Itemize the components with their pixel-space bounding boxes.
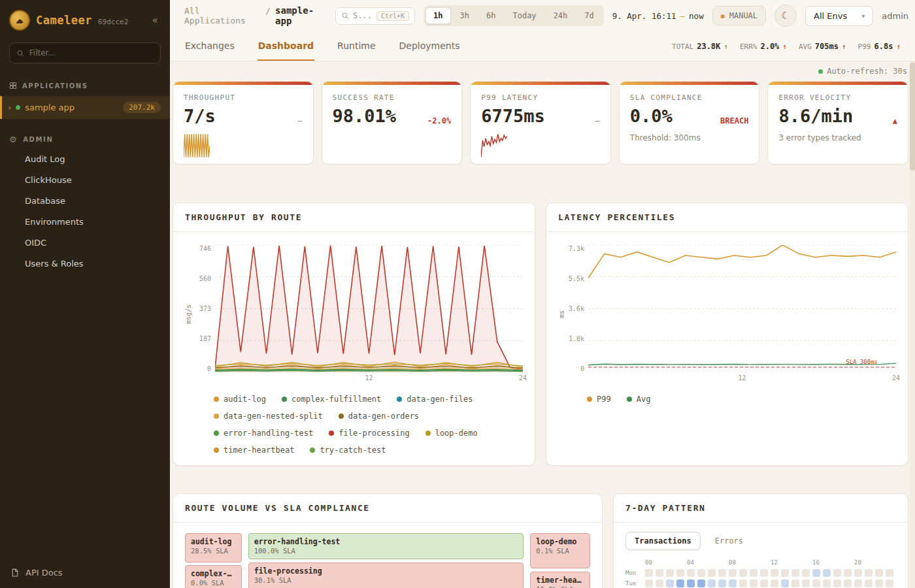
toggle-errors[interactable]: Errors xyxy=(706,532,752,550)
legend-item-avg[interactable]: Avg xyxy=(627,395,651,404)
sla-treemap: audit-log28.5% SLAcomplex-fulfillment0.0… xyxy=(185,533,590,588)
legend-item-data-gen-files[interactable]: data-gen-files xyxy=(397,395,473,404)
stat-trend-arrow-icon: ↑ xyxy=(842,42,846,51)
heatmap-cell xyxy=(718,580,726,587)
treemap-tile-file-processing[interactable]: file-processing30.1% SLA xyxy=(248,563,524,588)
summary-stats: TOTAL23.8K↑ERR%2.0%↑AVG705ms↑P996.8s↑ xyxy=(672,31,901,61)
sidebar: Cameleer 69dcce2 « APPLICATIONS › sample… xyxy=(0,0,170,588)
heatmap-cell xyxy=(833,569,841,577)
heatmap-cell xyxy=(886,580,893,587)
dark-mode-toggle[interactable]: ☾ xyxy=(774,5,797,27)
kpi-delta: BREACH xyxy=(720,116,748,125)
sidebar-item-environments[interactable]: Environments xyxy=(0,212,170,232)
time-range-today[interactable]: Today xyxy=(505,7,544,24)
sidebar-item-api-docs[interactable]: API Docs xyxy=(0,557,170,588)
user-menu[interactable]: admin xyxy=(882,11,908,21)
x-axis-ticks: 1224 xyxy=(215,372,523,384)
charts-row: THROUGHPUT BY ROUTE msg/s746560373187012… xyxy=(173,203,908,466)
sidebar-top: Cameleer 69dcce2 « APPLICATIONS › sample… xyxy=(0,0,170,274)
time-range-7d[interactable]: 7d xyxy=(576,7,601,24)
scrollbar-thumb[interactable] xyxy=(910,63,915,171)
treemap-tile-error-handling-test[interactable]: error-handling-test100.0% SLA xyxy=(248,533,524,559)
sidebar-item-oidc[interactable]: OIDC xyxy=(0,233,170,253)
heatmap-cell xyxy=(802,569,810,577)
heatmap-cell xyxy=(854,580,862,587)
sidebar-item-clickhouse[interactable]: ClickHouse xyxy=(0,170,170,190)
stat-value: 705ms xyxy=(815,42,839,51)
y-axis-label: ms xyxy=(558,245,567,384)
sidebar-item-sample-app[interactable]: › sample app 207.2k xyxy=(0,96,170,119)
sidebar-item-label: sample app xyxy=(25,103,75,112)
refresh-mode-button[interactable]: ● MANUAL xyxy=(712,6,766,25)
environment-select[interactable]: All Envs ▾ xyxy=(805,6,873,26)
y-axis-ticks: 7.3k5.5k3.6k1.8k0 xyxy=(567,245,588,372)
legend-dot-icon xyxy=(339,414,344,419)
stat-total: TOTAL23.8K↑ xyxy=(672,42,728,51)
legend-item-data-gen-nested-split[interactable]: data-gen-nested-split xyxy=(214,412,323,421)
heatmap-cell xyxy=(708,569,716,577)
sidebar-item-database[interactable]: Database xyxy=(0,191,170,211)
toggle-transactions[interactable]: Transactions xyxy=(625,532,701,550)
kpi-card-throughput: THROUGHPUT7/s– xyxy=(173,81,314,165)
legend-item-try-catch-test[interactable]: try-catch-test xyxy=(310,446,386,455)
heatmap-cell xyxy=(750,580,757,587)
legend-item-data-gen-orders[interactable]: data-gen-orders xyxy=(339,412,419,421)
sidebar-item-audit-log[interactable]: Audit Log xyxy=(0,149,170,169)
legend-dot-icon xyxy=(627,397,632,402)
tab-exchanges[interactable]: Exchanges xyxy=(184,31,235,61)
treemap-tile-timer-heartbeat[interactable]: timer-heartbeat30.6% SLA xyxy=(530,572,590,588)
legend-item-file-processing[interactable]: file-processing xyxy=(329,429,409,438)
time-range-6h[interactable]: 6h xyxy=(478,7,503,24)
kpi-delta: – xyxy=(595,116,600,125)
treemap-tile-complex-fulfillment[interactable]: complex-fulfillment0.0% SLA xyxy=(185,565,242,588)
heatmap-cell xyxy=(750,569,757,577)
breadcrumb-all-applications[interactable]: All Applications xyxy=(184,6,261,25)
global-search[interactable]: Ctrl+K xyxy=(335,7,415,25)
card-title: LATENCY PERCENTILES xyxy=(546,203,908,232)
time-range-3h[interactable]: 3h xyxy=(452,7,477,24)
throughput-by-route-card: THROUGHPUT BY ROUTE msg/s746560373187012… xyxy=(173,203,535,466)
tile-sla-value: 0.0% SLA xyxy=(191,579,236,587)
heatmap-cell xyxy=(791,569,799,577)
kpi-title: THROUGHPUT xyxy=(184,93,303,102)
legend-dot-icon xyxy=(310,448,315,453)
legend-item-p99[interactable]: P99 xyxy=(587,395,611,404)
treemap-tile-loop-demo[interactable]: loop-demo0.1% SLA xyxy=(530,533,590,568)
plot-area xyxy=(215,245,523,372)
time-range-24h[interactable]: 24h xyxy=(546,7,576,24)
sidebar-item-users-roles[interactable]: Users & Roles xyxy=(0,253,170,274)
cameleer-logo-icon xyxy=(9,10,30,31)
chevron-right-icon: › xyxy=(8,103,11,112)
heatmap-cell xyxy=(656,569,663,577)
tabs-bar: ExchangesDashboardRuntimeDeployments TOT… xyxy=(170,31,915,61)
dashboard-content: Auto-refresh: 30s THROUGHPUT7/s–SUCCESS … xyxy=(170,61,915,588)
sidebar-filter[interactable] xyxy=(9,42,161,63)
kpi-title: SUCCESS RATE xyxy=(333,93,452,102)
date-range-picker[interactable]: 9. Apr. 16:11 – now xyxy=(612,11,704,21)
sidebar-collapse-icon[interactable]: « xyxy=(150,13,161,27)
legend-item-complex-fulfillment[interactable]: complex-fulfillment xyxy=(282,395,381,404)
legend-item-loop-demo[interactable]: loop-demo xyxy=(425,429,478,438)
legend-item-timer-heartbeat[interactable]: timer-heartbeat xyxy=(214,446,294,455)
stat-trend-arrow-icon: ↑ xyxy=(782,42,787,51)
tab-deployments[interactable]: Deployments xyxy=(399,31,461,61)
search-icon xyxy=(16,49,24,57)
breadcrumb-separator: / xyxy=(265,6,271,16)
time-range-1h[interactable]: 1h xyxy=(425,7,450,24)
search-input[interactable] xyxy=(353,11,373,20)
stat-avg: AVG705ms↑ xyxy=(799,42,846,51)
tab-dashboard[interactable]: Dashboard xyxy=(258,31,314,61)
tile-sla-value: 30.1% SLA xyxy=(254,576,518,584)
app-version: 69dcce2 xyxy=(98,18,128,26)
treemap-tile-audit-log[interactable]: audit-log28.5% SLA xyxy=(185,533,242,563)
scrollbar[interactable] xyxy=(910,61,915,588)
tab-runtime[interactable]: Runtime xyxy=(337,31,376,61)
bottom-row: ROUTE VOLUME VS SLA COMPLIANCE audit-log… xyxy=(173,493,908,588)
kpi-sparkline xyxy=(184,133,210,159)
legend-item-error-handling-test[interactable]: error-handling-test xyxy=(214,429,313,438)
weekly-heatmap: 000408121620MonTueWedThuFriSatSun xyxy=(625,559,896,588)
kpi-value: 6775ms xyxy=(481,107,545,125)
legend-item-audit-log[interactable]: audit-log xyxy=(214,395,266,404)
filter-input[interactable] xyxy=(29,48,154,57)
tile-sla-value: 100.0% SLA xyxy=(254,547,518,555)
